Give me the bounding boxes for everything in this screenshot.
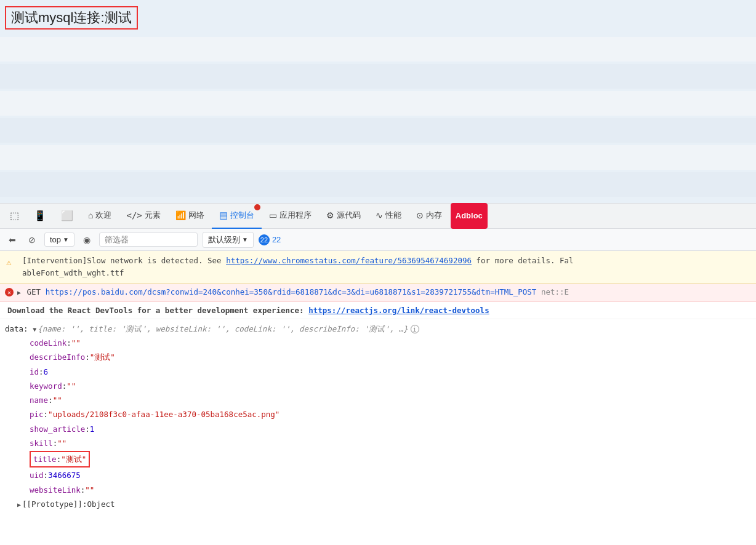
home-icon: ⌂ (88, 210, 93, 220)
intervention-text-after: for more details. Fal (472, 256, 574, 265)
expand-error-btn[interactable]: ▶ (17, 289, 21, 296)
log-level-selector[interactable]: 默认级别 ▼ (203, 232, 254, 248)
field-prototype: ▶ [[Prototype]]: Object (5, 497, 749, 511)
elements-icon: </> (126, 210, 142, 220)
field-show-article: show_article: 1 (5, 422, 749, 436)
network-icon: 📶 (175, 210, 186, 220)
tab-network[interactable]: 📶 网络 (168, 203, 212, 229)
tab-device[interactable]: 📱 (26, 203, 54, 229)
net-error-code: net::E (541, 287, 569, 296)
level-label: 默认级别 (208, 234, 240, 245)
tab-adblock-label: Adbloc (456, 211, 483, 220)
intervention-link[interactable]: https://www.chromestatus.com/feature/563… (226, 256, 472, 265)
issues-count-label: 22 (272, 235, 281, 244)
tab-network-label: 网络 (188, 210, 204, 221)
eye-button[interactable]: ◉ (79, 233, 94, 247)
intervention-line2: ableFont_wdth_wght.ttf (22, 268, 124, 277)
field-title: title: "测试" (5, 450, 749, 468)
react-devtools-promo: Download the React DevTools for a better… (0, 302, 756, 319)
issues-count-badge: 22 (259, 234, 270, 245)
console-icon: ▤ (219, 210, 228, 221)
performance-icon: ∿ (376, 210, 383, 220)
field-describeinfo: describeInfo: "测试" (5, 350, 749, 364)
stripe-rows (0, 37, 756, 203)
field-keyword: keyword: "" (5, 379, 749, 393)
tab-adblock[interactable]: Adbloc (451, 203, 488, 229)
field-name: name: "" (5, 393, 749, 407)
clear-console-button[interactable]: ⊘ (25, 233, 39, 247)
tab-sources-label: 源代码 (337, 210, 361, 221)
promo-text-before: Download the React DevTools for a better… (7, 306, 308, 315)
sidebar-icon: ⬜ (61, 210, 73, 221)
top-content-area: 测试mysql连接:测试 (0, 0, 756, 203)
console-toolbar: ⬅ ⊘ top ▼ ◉ 默认级别 ▼ 22 22 (0, 229, 756, 251)
promo-link[interactable]: https://reactjs.org/link/react-devtools (308, 306, 489, 315)
top-label: top (50, 235, 61, 244)
page-title: 测试mysql连接:测试 (5, 6, 138, 30)
tab-application[interactable]: ▭ 应用程序 (262, 203, 319, 229)
field-codelink: codeLink: "" (5, 336, 749, 350)
network-error-line: ✕ ▶ GET https://pos.baidu.com/dcsm?conwi… (0, 284, 756, 302)
chevron-down-icon: ▼ (63, 236, 69, 243)
error-icon: ✕ (5, 288, 14, 296)
info-icon[interactable]: i (411, 325, 419, 333)
tab-welcome[interactable]: ⌂ 欢迎 (81, 203, 119, 229)
filter-input[interactable] (99, 233, 198, 247)
field-uid: uid: 3466675 (5, 468, 749, 482)
tab-application-label: 应用程序 (279, 210, 312, 221)
error-url[interactable]: https://pos.baidu.com/dcsm?conwid=240&co… (46, 287, 537, 296)
field-id: id: 6 (5, 365, 749, 379)
tab-welcome-label: 欢迎 (95, 210, 111, 221)
tab-memory[interactable]: ⊙ 内存 (409, 203, 449, 229)
memory-icon: ⊙ (416, 210, 424, 220)
cursor-icon: ⬚ (10, 210, 19, 221)
error-method: GET (27, 287, 41, 296)
data-block: data: ▼ {name: '', title: '测试', websiteL… (0, 319, 756, 514)
field-skill: skill: "" (5, 436, 749, 450)
intervention-text-before: [Intervention]Slow network is detected. … (22, 256, 226, 265)
title-highlight-box: title: "测试" (30, 451, 90, 467)
data-label: data: (5, 322, 28, 335)
field-pic: pic: "uploads/2108f3c0-afaa-11ee-a370-05… (5, 407, 749, 421)
expand-data-btn[interactable]: ▼ (33, 324, 36, 335)
issues-badge[interactable]: 22 22 (259, 234, 281, 245)
console-error-dot (254, 204, 260, 210)
tab-performance[interactable]: ∿ 性能 (368, 203, 409, 229)
sources-icon: ⚙ (326, 210, 334, 220)
tab-sources[interactable]: ⚙ 源代码 (319, 203, 368, 229)
expand-prototype-btn[interactable]: ▶ (17, 499, 21, 510)
context-selector[interactable]: top ▼ (44, 233, 74, 247)
data-inline-preview: {name: '', title: '测试', websiteLink: '',… (38, 322, 408, 335)
tab-performance-label: 性能 (385, 210, 401, 221)
tab-console-label: 控制台 (230, 210, 254, 221)
tab-sidebar[interactable]: ⬜ (54, 203, 81, 229)
navigate-back-button[interactable]: ⬅ (5, 233, 20, 247)
tab-console[interactable]: ▤ 控制台 (212, 203, 262, 229)
chevron-down-icon2: ▼ (242, 236, 248, 243)
tab-elements-label: 元素 (145, 210, 161, 221)
intervention-warning: [Intervention]Slow network is detected. … (0, 251, 756, 284)
devtools-tabbar: ⬚ 📱 ⬜ ⌂ 欢迎 </> 元素 📶 网络 ▤ 控制台 ▭ 应用程序 ⚙ 源代… (0, 203, 756, 229)
prototype-label: [[Prototype]] (22, 498, 82, 511)
console-content: [Intervention]Slow network is detected. … (0, 251, 756, 545)
data-root-line: data: ▼ {name: '', title: '测试', websiteL… (5, 322, 749, 336)
tab-elements[interactable]: </> 元素 (119, 203, 167, 229)
application-icon: ▭ (269, 210, 277, 220)
tab-memory-label: 内存 (426, 210, 442, 221)
tab-select[interactable]: ⬚ (2, 203, 26, 229)
device-icon: 📱 (34, 210, 46, 221)
field-websitelink: websiteLink: "" (5, 483, 749, 497)
